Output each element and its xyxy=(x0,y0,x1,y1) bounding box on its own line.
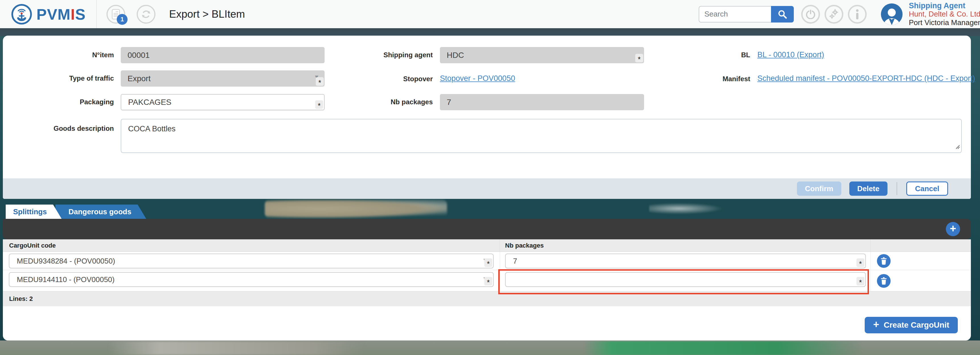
trash-icon xyxy=(880,257,887,265)
confirm-button[interactable]: Confirm xyxy=(797,181,842,196)
table-footer: Lines: 2 xyxy=(3,291,971,306)
trash-icon xyxy=(880,277,887,285)
lines-count: Lines: 2 xyxy=(9,295,33,302)
packaging-label: Packaging xyxy=(3,98,114,106)
create-cargounit-label: Create CargoUnit xyxy=(884,320,949,330)
magnifier-icon xyxy=(778,10,787,19)
table-row: MEDU9348284 - (POV00050) ▼ * 7 * xyxy=(3,252,971,270)
n-item-label: N°item xyxy=(3,51,114,59)
delete-button[interactable]: Delete xyxy=(849,181,888,196)
settings-button[interactable] xyxy=(824,5,843,24)
anchor-icon xyxy=(11,4,32,24)
type-of-traffic-label: Type of traffic xyxy=(3,74,114,82)
gears-icon xyxy=(829,9,839,20)
required-marker: * xyxy=(315,100,323,109)
search-group xyxy=(699,6,794,22)
background-dock xyxy=(265,199,447,218)
n-item-value: 00001 xyxy=(127,51,150,60)
person-icon xyxy=(881,5,902,25)
logo-text: PVMIS xyxy=(37,5,86,23)
nb-packages-input-error[interactable]: * xyxy=(505,272,866,287)
background-tanks xyxy=(584,341,863,355)
user-info[interactable]: Shipping Agent Hunt, Deltel & Co. Ltd Po… xyxy=(909,2,980,27)
packaging-field[interactable]: PAKCAGES * xyxy=(121,94,325,110)
refresh-icon xyxy=(141,9,151,19)
form-action-bar: Confirm Delete Cancel xyxy=(3,178,971,199)
n-item-field: 00001 xyxy=(121,47,325,63)
user-company: Hunt, Deltel & Co. Ltd xyxy=(909,10,980,18)
splittings-toolbar: + xyxy=(3,219,971,239)
button-divider xyxy=(897,182,897,195)
stopover-link[interactable]: Stopover - POV00050 xyxy=(440,74,515,83)
column-header-actions xyxy=(870,239,971,252)
refresh-button[interactable] xyxy=(137,5,156,24)
required-marker: * xyxy=(484,258,492,267)
plus-icon: + xyxy=(873,319,879,331)
goods-description-label: Goods description xyxy=(3,124,114,132)
cancel-button[interactable]: Cancel xyxy=(906,181,948,196)
nb-packages-field: 7 xyxy=(440,94,644,110)
cargounit-select[interactable]: MEDU9348284 - (POV00050) ▼ * xyxy=(9,253,494,268)
goods-description-value: COCA Bottles xyxy=(128,124,176,133)
add-splitting-button[interactable]: + xyxy=(946,222,960,236)
app-header: PVMIS 1 Export > BLItem xyxy=(0,0,980,28)
blitem-form-panel: N°item 00001 Type of traffic Export ▼ * … xyxy=(3,36,971,199)
notification-badge: 1 xyxy=(117,14,127,25)
table-row: MEDU9144110 - (POV00050) ▼ * * xyxy=(3,271,971,291)
cargounit-select[interactable]: MEDU9144110 - (POV00050) ▼ * xyxy=(9,272,494,287)
column-header-nb-packages: Nb packages xyxy=(500,239,870,252)
shipping-agent-field: HDC * xyxy=(440,47,644,63)
background-road xyxy=(108,341,364,355)
required-marker: * xyxy=(484,277,492,285)
shipping-agent-value: HDC xyxy=(447,51,464,60)
goods-description-textarea[interactable]: COCA Bottles xyxy=(121,119,962,153)
power-icon xyxy=(806,10,815,19)
column-header-cargounit-code: CargoUnit code xyxy=(3,239,500,252)
required-marker: * xyxy=(856,277,864,285)
create-cargounit-button[interactable]: + Create CargoUnit xyxy=(865,317,958,333)
user-organisation: Port Victoria Managem xyxy=(909,19,980,27)
info-button[interactable] xyxy=(848,5,867,24)
nb-packages-value: 7 xyxy=(513,257,517,266)
splittings-table: CargoUnit code Nb packages MEDU9348284 -… xyxy=(3,239,971,341)
bl-label: BL xyxy=(642,51,750,59)
logout-button[interactable] xyxy=(801,5,820,24)
delete-row-button[interactable] xyxy=(877,254,891,268)
tab-splittings[interactable]: Splittings xyxy=(6,205,62,219)
nb-packages-value: 7 xyxy=(447,98,451,107)
detail-tabs: Splittings Dangerous goods xyxy=(6,205,146,219)
cargounit-value: MEDU9144110 - (POV00050) xyxy=(17,275,115,284)
shipping-agent-label: Shipping agent xyxy=(325,51,433,59)
manifest-label: Manifest xyxy=(642,75,750,83)
manifest-link[interactable]: Scheduled manifest - POV00050-EXPORT-HDC… xyxy=(757,74,975,83)
nb-packages-input[interactable]: 7 * xyxy=(505,253,866,268)
logo[interactable]: PVMIS xyxy=(0,0,97,28)
required-marker: * xyxy=(316,77,324,86)
search-input[interactable] xyxy=(699,6,771,22)
nb-packages-label: Nb packages xyxy=(325,98,433,106)
user-avatar[interactable] xyxy=(881,3,902,25)
page-title: Export > BLItem xyxy=(169,8,245,20)
delete-row-button[interactable] xyxy=(877,274,891,288)
cargounit-value: MEDU9348284 - (POV00050) xyxy=(17,257,115,266)
bl-link[interactable]: BL - 00010 (Export) xyxy=(757,51,824,59)
type-of-traffic-select: Export ▼ * xyxy=(121,70,325,87)
notifications-button[interactable]: 1 xyxy=(107,5,125,24)
stopover-label: Stopover xyxy=(325,75,433,83)
background-boats xyxy=(649,203,723,214)
user-role: Shipping Agent xyxy=(909,2,980,10)
resize-grip-icon[interactable] xyxy=(955,142,960,151)
table-header-row: CargoUnit code Nb packages xyxy=(3,239,971,252)
packaging-value: PAKCAGES xyxy=(128,98,172,107)
tab-dangerous-goods[interactable]: Dangerous goods xyxy=(55,205,146,219)
type-of-traffic-value: Export xyxy=(127,74,151,83)
plus-icon: + xyxy=(950,222,956,235)
info-icon xyxy=(855,9,859,19)
required-marker: * xyxy=(856,258,864,267)
search-button[interactable] xyxy=(771,6,794,22)
